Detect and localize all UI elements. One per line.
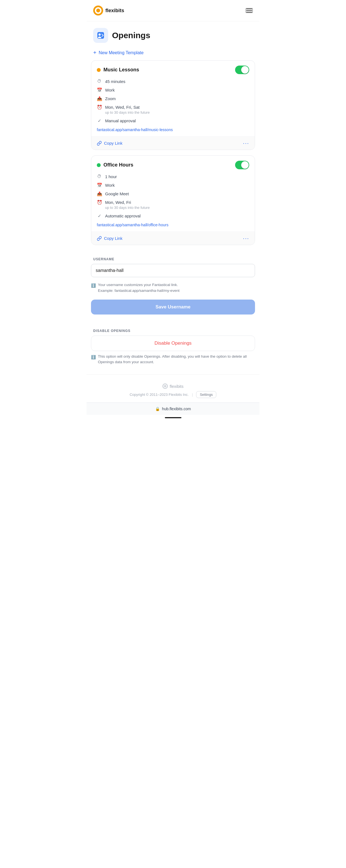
music-lessons-title: Music Lessons: [103, 67, 139, 73]
save-username-button[interactable]: Save Username: [91, 300, 255, 314]
footer-links: Copyright © 2011–2023 Flexibits Inc. | S…: [93, 391, 253, 398]
page-icon-wrapper: [93, 28, 108, 43]
schedule-icon: ⏰: [97, 104, 102, 110]
office-hours-toggle-knob: [241, 161, 249, 169]
office-hours-conferencing-row: 📤 Google Meet: [97, 191, 249, 197]
page-footer: flexibits Copyright © 2011–2023 Flexibit…: [87, 374, 259, 402]
music-lessons-link[interactable]: fantastical.app/samantha-hall/music-less…: [97, 127, 249, 132]
office-hours-duration-row: ⏱ 1 hour: [97, 174, 249, 180]
disable-hint-text: This option will only disable Openings. …: [98, 354, 255, 365]
header: flexibits: [87, 0, 259, 21]
music-lessons-schedule: Mon, Wed, Fri, Sat up to 30 days into th…: [105, 104, 150, 115]
lock-icon: 🔒: [155, 407, 160, 411]
plus-icon: +: [93, 50, 97, 56]
office-hours-approval: Automatic approval: [105, 213, 140, 219]
office-hours-more-button[interactable]: ···: [243, 235, 249, 242]
office-hours-link[interactable]: fantastical.app/samantha-hall/office-hou…: [97, 223, 249, 227]
info-icon-2: ℹ️: [91, 354, 96, 360]
footer-logo-icon: [162, 383, 168, 389]
office-hours-calendar-row: 📅 Work: [97, 182, 249, 188]
office-hours-toggle[interactable]: [235, 161, 249, 169]
music-lessons-calendar: Work: [105, 87, 115, 93]
hamburger-line-2: [246, 10, 252, 11]
music-lessons-copy-link-label: Copy Link: [104, 141, 123, 146]
clock-icon-2: ⏱: [97, 174, 102, 179]
music-lessons-conferencing: Zoom: [105, 96, 116, 101]
office-hours-copy-link-button[interactable]: Copy Link: [97, 236, 123, 241]
username-input[interactable]: [91, 264, 255, 277]
office-hours-card-body: Office Hours ⏱ 1 hour 📅 Work 📤 Google Me…: [91, 156, 255, 231]
music-lessons-duration: 45 minutes: [105, 79, 125, 84]
music-lessons-conferencing-row: 📤 Zoom: [97, 96, 249, 101]
clock-icon: ⏱: [97, 79, 102, 84]
new-template-link[interactable]: + New Meeting Template: [87, 45, 259, 60]
music-lessons-card-footer: Copy Link ···: [91, 136, 255, 150]
username-section-heading: USERNAME: [87, 251, 259, 264]
link-icon-2: [97, 236, 102, 241]
schedule-icon-2: ⏰: [97, 200, 102, 205]
footer-logo: flexibits: [93, 383, 253, 389]
music-lessons-title-group: Music Lessons: [97, 67, 139, 73]
disable-openings-button[interactable]: Disable Openings: [91, 336, 255, 351]
music-lessons-approval: Manual approval: [105, 118, 136, 124]
video-icon-2: 📤: [97, 191, 102, 196]
username-hint: ℹ️ Your username customizes your Fantast…: [87, 279, 259, 296]
music-lessons-card-header: Music Lessons: [97, 66, 249, 74]
music-lessons-card: Music Lessons ⏱ 45 minutes 📅 Work 📤 Zoom…: [91, 60, 255, 150]
music-lessons-toggle-knob: [241, 66, 249, 73]
new-template-label: New Meeting Template: [99, 50, 144, 55]
music-lessons-duration-row: ⏱ 45 minutes: [97, 79, 249, 84]
music-lessons-approval-row: ✓ Manual approval: [97, 118, 249, 124]
footer-separator: |: [192, 393, 193, 397]
logo-text: flexibits: [105, 8, 124, 13]
username-hint-text: Your username customizes your Fantastica…: [98, 282, 180, 293]
office-hours-approval-row: ✓ Automatic approval: [97, 213, 249, 219]
check-icon-2: ✓: [97, 213, 102, 219]
svg-point-5: [98, 33, 101, 36]
video-icon: 📤: [97, 96, 102, 101]
bottom-bar: 🔒 hub.flexibits.com: [87, 402, 259, 415]
calendar-icon-2: 📅: [97, 183, 102, 188]
svg-point-8: [164, 385, 166, 387]
hamburger-line-1: [246, 8, 252, 9]
office-hours-schedule-row: ⏰ Mon, Wed, Fri up to 30 days into the f…: [97, 199, 249, 210]
office-hours-status-dot: [97, 163, 101, 167]
logo-area: flexibits: [93, 5, 124, 16]
music-lessons-copy-link-button[interactable]: Copy Link: [97, 141, 123, 146]
music-lessons-status-dot: [97, 68, 101, 72]
office-hours-schedule-sub: up to 30 days into the future: [105, 205, 150, 210]
page-title: Openings: [112, 31, 150, 40]
link-icon: [97, 141, 102, 146]
calendar-icon: 📅: [97, 87, 102, 93]
office-hours-duration: 1 hour: [105, 174, 117, 180]
office-hours-title-group: Office Hours: [97, 162, 133, 168]
settings-button[interactable]: Settings: [196, 391, 216, 398]
office-hours-copy-link-label: Copy Link: [104, 236, 123, 241]
hamburger-line-3: [246, 12, 252, 12]
office-hours-title: Office Hours: [103, 162, 133, 168]
page-title-area: Openings: [87, 21, 259, 45]
office-hours-card-header: Office Hours: [97, 161, 249, 169]
music-lessons-card-body: Music Lessons ⏱ 45 minutes 📅 Work 📤 Zoom…: [91, 61, 255, 136]
bottom-bar-indicator: [165, 417, 182, 418]
office-hours-card-footer: Copy Link ···: [91, 231, 255, 245]
bottom-bar-domain: hub.flexibits.com: [162, 407, 191, 411]
footer-logo-text: flexibits: [169, 384, 183, 389]
flexibits-logo-icon: [93, 5, 103, 16]
openings-page-icon: [96, 31, 105, 40]
music-lessons-schedule-row: ⏰ Mon, Wed, Fri, Sat up to 30 days into …: [97, 104, 249, 115]
footer-copyright: Copyright © 2011–2023 Flexibits Inc.: [130, 393, 189, 397]
office-hours-card: Office Hours ⏱ 1 hour 📅 Work 📤 Google Me…: [91, 155, 255, 245]
disable-section-heading: DISABLE OPENINGS: [87, 322, 259, 336]
music-lessons-toggle[interactable]: [235, 66, 249, 74]
username-input-area: [91, 264, 255, 277]
svg-point-2: [96, 8, 100, 12]
office-hours-calendar: Work: [105, 182, 115, 188]
info-icon: ℹ️: [91, 283, 96, 288]
music-lessons-schedule-sub: up to 30 days into the future: [105, 110, 150, 115]
check-icon: ✓: [97, 118, 102, 123]
music-lessons-more-button[interactable]: ···: [243, 140, 249, 146]
disable-hint: ℹ️ This option will only disable Opening…: [87, 351, 259, 368]
menu-button[interactable]: [246, 8, 253, 13]
office-hours-schedule: Mon, Wed, Fri up to 30 days into the fut…: [105, 199, 150, 210]
